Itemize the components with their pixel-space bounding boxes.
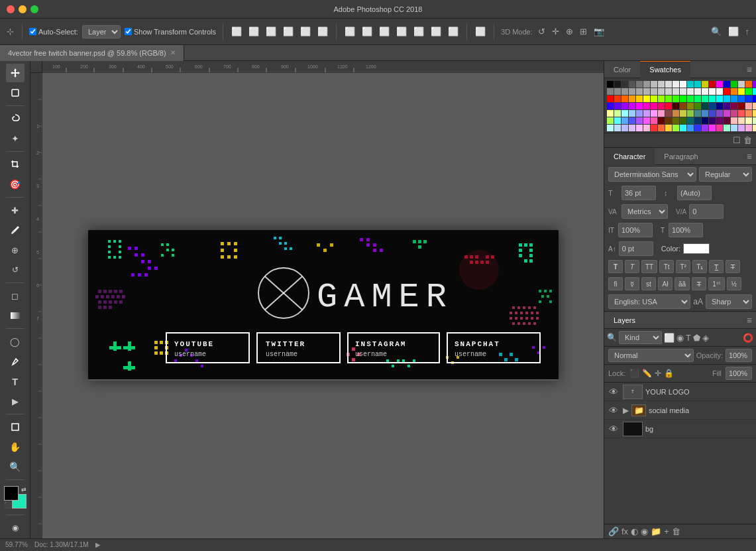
swatch[interactable] [716,81,723,88]
auto-select-checkbox[interactable]: Auto-Select: [29,28,78,36]
swatch[interactable] [709,117,716,124]
swap-colors-icon[interactable]: ⇄ [21,486,27,493]
all-caps-btn[interactable]: TT [641,260,657,273]
ordinal-btn[interactable]: 1ˢᵗ [708,277,725,290]
swatch[interactable] [607,95,614,102]
swatch[interactable] [651,110,657,117]
tracking-input[interactable] [689,204,724,219]
swatch[interactable] [651,103,657,109]
kerning-select[interactable]: Metrics [621,204,668,219]
move-tool-icon[interactable]: ⊹ [5,25,15,38]
transform-controls-checkbox[interactable]: Show Transform Controls [125,28,216,36]
arrange-icon[interactable]: ⬜ [474,25,487,38]
align-left-icon[interactable]: ⬜ [230,25,243,38]
swatch[interactable] [694,88,701,95]
add-style-btn[interactable]: fx [621,526,628,536]
ligature-st-btn[interactable]: st [641,277,656,290]
anti-alias-select[interactable]: Sharp [706,294,752,309]
swatch[interactable] [665,81,672,88]
swatch[interactable] [651,81,657,88]
swatch[interactable] [694,81,701,88]
swatch[interactable] [658,103,665,109]
layer-expand-btn[interactable]: ▶ [623,406,629,415]
swatch[interactable] [753,110,756,117]
swatch[interactable] [724,103,730,109]
character-panel-menu[interactable]: ≡ [747,151,756,162]
swatch[interactable] [753,125,756,131]
swatch[interactable] [665,103,672,109]
quick-mask-btn[interactable]: ◉ [6,519,25,537]
distribute6-icon[interactable]: ⬜ [429,25,443,38]
swatch[interactable] [680,95,686,102]
swatch[interactable] [694,125,701,131]
swatch[interactable] [745,110,752,117]
swatch[interactable] [673,117,679,124]
filter-toggle[interactable]: ⭕ [743,333,753,343]
swatch[interactable] [643,117,650,124]
maximize-button[interactable] [30,5,38,13]
shape-tool-btn[interactable] [6,418,25,436]
swatch[interactable] [716,88,723,95]
frac-btn[interactable]: T̶ [692,277,706,290]
swatch[interactable] [731,117,737,124]
swatch[interactable] [629,103,635,109]
lasso-tool-btn[interactable] [6,109,25,128]
swatch[interactable] [651,88,657,95]
swatch[interactable] [614,81,621,88]
swatch[interactable] [716,117,723,124]
swatch[interactable] [643,125,650,131]
swatch[interactable] [724,125,730,131]
link-layers-btn[interactable]: 🔗 [608,526,619,536]
swatch[interactable] [643,110,650,117]
swatch[interactable] [643,95,650,102]
baseline-shift-input[interactable] [619,241,653,256]
swatch[interactable] [709,103,716,109]
tab-close-icon[interactable]: ✕ [170,49,176,56]
clone-tool-btn[interactable]: ⊕ [6,241,25,259]
swatch[interactable] [694,95,701,102]
distribute7-icon[interactable]: ⬜ [447,25,460,38]
align-center-v-icon[interactable]: ⬜ [299,25,312,38]
close-button[interactable] [7,5,15,13]
document-tab[interactable]: 4vector free twitch banner.psd @ 59.8% (… [0,45,184,61]
swatch[interactable] [673,103,679,109]
layer-visibility-icon[interactable]: 👁 [607,387,620,397]
swatch[interactable] [687,103,694,109]
search-icon[interactable]: 🔍 [710,25,723,38]
swatch[interactable] [738,81,745,88]
bold-btn[interactable]: T [608,260,623,273]
swatch[interactable] [753,117,756,124]
swatch[interactable] [753,88,756,95]
swatch[interactable] [629,110,635,117]
swatch[interactable] [702,125,708,131]
align-right-icon[interactable]: ⬜ [264,25,278,38]
swatch[interactable] [629,95,635,102]
swatch[interactable] [621,125,628,131]
swatch[interactable] [636,95,643,102]
swatch[interactable] [636,125,643,131]
fill-input[interactable] [726,367,752,380]
swatch[interactable] [709,125,716,131]
char-color-preview[interactable] [683,243,710,254]
swatch[interactable] [621,110,628,117]
leading-input[interactable] [677,186,712,200]
swatch[interactable] [636,81,643,88]
layer-social-media[interactable]: 👁 ▶ 📁 social media [604,401,756,420]
blend-mode-select[interactable]: Normal [608,349,694,362]
font-size-input[interactable] [621,186,656,200]
swatch[interactable] [658,125,665,131]
distribute5-icon[interactable]: ⬜ [412,25,425,38]
brush-tool-btn[interactable] [6,221,25,239]
swatch[interactable] [738,117,745,124]
paragraph-tab[interactable]: Paragraph [655,148,707,165]
swatch[interactable] [643,81,650,88]
layers-panel-menu[interactable]: ≡ [747,315,756,326]
swatch[interactable] [694,117,701,124]
swatch[interactable] [702,88,708,95]
path-selection-btn[interactable]: ▶ [6,392,25,410]
distribute3-icon[interactable]: ⬜ [378,25,391,38]
superscript-btn[interactable]: T² [676,260,690,273]
strikethrough-btn[interactable]: T̶ [726,260,740,273]
swatch[interactable] [680,110,686,117]
filter-pixel-icon[interactable]: ⬜ [664,333,675,343]
